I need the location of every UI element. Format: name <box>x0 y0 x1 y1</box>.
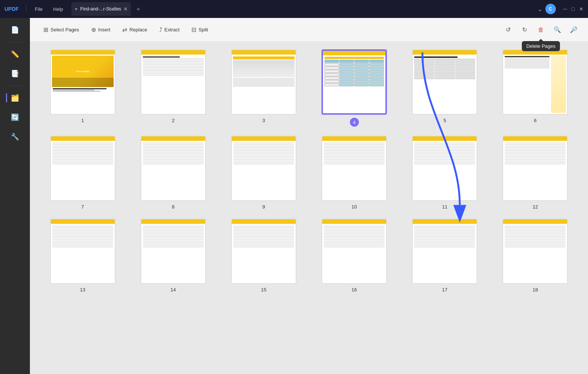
menu-help[interactable]: Help <box>49 5 67 13</box>
page-number-11: 11 <box>442 204 447 210</box>
page-number-13: 13 <box>80 287 85 293</box>
page-item-13[interactable]: 13 <box>41 219 124 293</box>
page-thumb-11 <box>412 136 477 201</box>
page-thumb-4 <box>321 49 387 115</box>
page-number-18: 18 <box>533 287 538 293</box>
page-item-2[interactable]: 2 <box>132 49 215 127</box>
page-item-5[interactable]: 5 <box>403 49 486 127</box>
tab-label: Find-and-...r-Studies <box>80 6 121 12</box>
page-thumb-10 <box>321 136 387 201</box>
page-item-16[interactable]: 16 <box>313 219 396 293</box>
titlebar: UPDF File Help ▼ Find-and-...r-Studies ✕… <box>0 0 588 18</box>
delete-tooltip: Delete Pages <box>522 41 560 51</box>
sidebar-sep-1 <box>7 42 22 42</box>
page-number-10: 10 <box>351 204 357 210</box>
replace-icon: ⇄ <box>122 26 127 33</box>
page-number-14: 14 <box>170 287 176 293</box>
sidebar-icon-convert[interactable]: 🔄 <box>6 108 24 126</box>
page-item-11[interactable]: 11 <box>403 136 486 210</box>
zoom-out-button[interactable]: 🔍 <box>551 23 564 37</box>
page-thumb-18 <box>502 219 568 284</box>
divider-1 <box>26 5 27 13</box>
rotate-left-button[interactable]: ↺ <box>501 23 515 37</box>
menu-file[interactable]: File <box>31 5 46 13</box>
split-label: Split <box>198 27 208 33</box>
page-item-8[interactable]: 8 <box>132 136 215 210</box>
insert-icon: ⊕ <box>91 26 96 33</box>
sidebar-icon-tools[interactable]: 🔧 <box>6 128 24 146</box>
page-number-8: 8 <box>172 204 175 210</box>
extract-icon: ⤴ <box>159 27 162 33</box>
insert-button[interactable]: ⊕ Insert <box>85 23 117 36</box>
page-number-3: 3 <box>262 118 265 123</box>
page-item-4[interactable]: 4 <box>313 49 396 127</box>
titlebar-more-icon[interactable]: ⌄ <box>538 6 542 13</box>
pages-icon: 🗂️ <box>11 94 19 102</box>
tab-close-icon[interactable]: ✕ <box>123 6 128 12</box>
active-indicator <box>6 93 7 102</box>
page-number-9: 9 <box>262 204 265 210</box>
sidebar-icon-reader[interactable]: 📄 <box>6 21 24 39</box>
page-thumb-2 <box>141 49 206 115</box>
select-pages-label: Select Pages <box>50 27 79 33</box>
tab-container: ▼ Find-and-...r-Studies ✕ <box>71 2 131 16</box>
page-thumb-13 <box>50 219 116 284</box>
page-item-1[interactable]: Find and Apply 1 <box>41 49 124 127</box>
convert-icon: 🔄 <box>11 113 19 121</box>
page-grid: Find and Apply 1 2 34 5 <box>41 49 577 293</box>
page-number-17: 17 <box>442 287 447 293</box>
delete-pages-button[interactable]: 🗑 Delete Pages <box>534 23 548 37</box>
page-item-9[interactable]: 9 <box>222 136 305 210</box>
sidebar-icon-comment[interactable]: ✏️ <box>6 45 24 63</box>
page-item-6[interactable]: 6 <box>494 49 577 127</box>
page-item-3[interactable]: 3 <box>222 49 305 127</box>
select-pages-button[interactable]: ⊞ Select Pages <box>37 23 85 36</box>
tab-dropdown-icon[interactable]: ▼ <box>74 7 78 11</box>
page-thumb-12 <box>502 136 568 201</box>
main-layout: 📄 ✏️ 📑 🗂️ 🔄 🔧 ⊞ Select Pages <box>0 18 588 374</box>
page-thumb-17 <box>412 219 477 284</box>
avatar: C <box>545 4 556 14</box>
page-item-10[interactable]: 10 <box>313 136 396 210</box>
replace-button[interactable]: ⇄ Replace <box>116 23 153 36</box>
page-item-17[interactable]: 17 <box>403 219 486 293</box>
select-pages-icon: ⊞ <box>43 26 48 33</box>
page-item-14[interactable]: 14 <box>132 219 215 293</box>
page-number-5: 5 <box>443 118 446 123</box>
rotate-right-button[interactable]: ↻ <box>518 23 531 37</box>
sidebar-icon-organize[interactable]: 📑 <box>6 65 24 83</box>
sidebar-icon-pages[interactable]: 🗂️ <box>6 89 24 107</box>
page-number-2: 2 <box>172 118 175 123</box>
reader-icon: 📄 <box>11 26 19 34</box>
page-number-1: 1 <box>81 118 84 123</box>
replace-label: Replace <box>129 27 147 33</box>
app-logo: UPDF <box>4 6 19 12</box>
page-thumb-3 <box>231 49 296 115</box>
close-icon[interactable]: ✕ <box>579 6 584 12</box>
extract-label: Extract <box>164 27 179 33</box>
split-button[interactable]: ⊟ Split <box>185 23 214 36</box>
extract-button[interactable]: ⤴ Extract <box>153 24 185 36</box>
page-number-6: 6 <box>534 118 536 123</box>
rotate-left-icon: ↺ <box>506 26 511 33</box>
page-number-15: 15 <box>261 287 266 293</box>
tab-add-icon[interactable]: ＋ <box>135 5 141 13</box>
page-item-12[interactable]: 12 <box>494 136 577 210</box>
zoom-in-button[interactable]: 🔎 <box>567 23 581 37</box>
page-number-16: 16 <box>351 287 357 293</box>
organize-icon: 📑 <box>11 69 19 78</box>
page-item-18[interactable]: 18 <box>494 219 577 293</box>
page-grid-container[interactable]: Find and Apply 1 2 34 5 <box>30 42 588 300</box>
page-number-4: 4 <box>350 118 359 127</box>
page-thumb-7 <box>50 136 116 201</box>
page-thumb-1: Find and Apply <box>50 49 116 115</box>
page-thumb-14 <box>141 219 206 284</box>
page-number-12: 12 <box>533 204 538 210</box>
page-item-15[interactable]: 15 <box>222 219 305 293</box>
maximize-icon[interactable]: □ <box>572 6 575 12</box>
toolbar-right: ↺ ↻ 🗑 Delete Pages 🔍 🔎 <box>501 23 581 37</box>
page-item-7[interactable]: 7 <box>41 136 124 210</box>
content-area: ⊞ Select Pages ⊕ Insert ⇄ Replace ⤴ Extr… <box>30 18 588 374</box>
zoom-out-icon: 🔍 <box>554 26 561 33</box>
minimize-icon[interactable]: ─ <box>563 6 567 12</box>
